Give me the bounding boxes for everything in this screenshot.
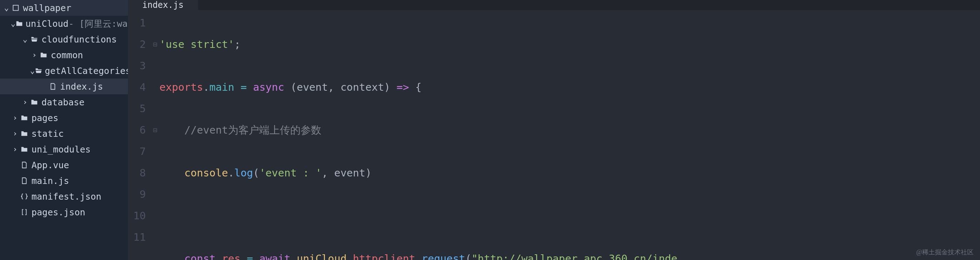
folder-icon — [19, 144, 29, 154]
tree-app-vue[interactable]: App.vue — [0, 157, 128, 173]
line-number: 7 — [128, 141, 151, 162]
tab-bar: index.js — [128, 0, 980, 10]
folder-open-icon — [35, 66, 43, 76]
tree-pages-json[interactable]: pages.json — [0, 204, 128, 220]
tree-pages[interactable]: › pages — [0, 110, 128, 126]
tree-label: main.js — [32, 176, 69, 185]
tree-cloudfunctions[interactable]: ⌄ cloudfunctions — [0, 32, 128, 47]
tree-uni-modules[interactable]: › uni_modules — [0, 141, 128, 157]
fold-marker[interactable] — [151, 98, 159, 119]
watermark: @稀土掘金技术社区 — [916, 248, 974, 257]
file-icon — [19, 160, 29, 170]
tree-label: index.js — [60, 82, 103, 91]
line-number: 8 — [128, 162, 151, 184]
tree-label: manifest.json — [32, 192, 102, 201]
line-number: 6 — [128, 119, 151, 141]
chevron-down-icon: ⌄ — [2, 4, 11, 12]
file-icon — [48, 81, 58, 92]
line-number: 2 — [128, 33, 151, 55]
tree-label: database — [41, 98, 84, 107]
tree-label: getAllCategories — [45, 67, 131, 75]
code-line: console.log('event : ', event) — [159, 162, 677, 184]
line-number: 1 — [128, 12, 151, 33]
folder-icon — [38, 50, 49, 60]
file-icon — [19, 176, 29, 186]
json-icon — [19, 192, 29, 201]
editor-pane: index.js 1 2 3 4 5 6 7 8 9 10 11 ⊟ — [128, 0, 980, 260]
code-line: exports.main = async (event, context) =>… — [159, 76, 677, 98]
line-number: 4 — [128, 76, 151, 98]
code-line: const res = await uniCloud.httpclient.re… — [159, 248, 677, 260]
line-number: 11 — [128, 227, 151, 248]
tree-label: common — [51, 51, 83, 60]
code-line — [159, 205, 677, 227]
tree-label: cloudfunctions — [41, 35, 117, 44]
tree-getallcategories[interactable]: ⌄ getAllCategories — [0, 63, 128, 79]
tree-label: pages — [32, 114, 58, 122]
tree-label: wallpaper — [23, 3, 71, 13]
fold-marker[interactable] — [151, 227, 159, 248]
line-number: 3 — [128, 55, 151, 76]
folder-icon — [19, 128, 29, 139]
fold-marker[interactable] — [151, 205, 159, 227]
fold-gutter: ⊟ ⊟ — [151, 10, 159, 260]
line-number: 9 — [128, 184, 151, 205]
tree-label: App.vue — [32, 161, 69, 170]
chevron-right-icon: › — [11, 145, 19, 153]
fold-marker[interactable] — [151, 162, 159, 184]
chevron-down-icon: ⌄ — [21, 35, 29, 43]
fold-marker[interactable] — [151, 184, 159, 205]
tree-label: uni_modules — [32, 145, 91, 154]
folder-open-icon — [29, 34, 39, 44]
tree-label: uniCloud — [25, 19, 68, 28]
box-icon — [11, 3, 21, 13]
chevron-right-icon: › — [30, 51, 38, 59]
fold-marker[interactable] — [151, 76, 159, 98]
tree-label: static — [32, 129, 64, 138]
tab-index-js[interactable]: index.js — [128, 0, 198, 10]
fold-marker[interactable] — [151, 55, 159, 76]
line-number-gutter: 1 2 3 4 5 6 7 8 9 10 11 — [128, 10, 151, 260]
code-content[interactable]: 'use strict'; exports.main = async (even… — [159, 10, 677, 260]
folder-icon — [29, 97, 39, 107]
fold-marker[interactable]: ⊟ — [151, 33, 159, 55]
fold-marker[interactable] — [151, 141, 159, 162]
tree-common[interactable]: › common — [0, 47, 128, 63]
tree-unicloud[interactable]: ⌄ uniCloud - [阿里云:wallpaper] — [0, 16, 128, 32]
fold-marker[interactable] — [151, 12, 159, 33]
folder-icon — [19, 113, 29, 123]
line-number: 5 — [128, 98, 151, 119]
fold-marker[interactable]: ⊟ — [151, 119, 159, 141]
tree-index-js[interactable]: index.js — [0, 79, 128, 94]
file-explorer: ⌄ wallpaper ⌄ uniCloud - [阿里云:wallpaper]… — [0, 0, 128, 260]
chevron-right-icon: › — [11, 114, 19, 122]
line-number: 10 — [128, 205, 151, 227]
code-line: 'use strict'; — [159, 33, 677, 55]
folder-icon — [15, 19, 23, 29]
tree-static[interactable]: › static — [0, 126, 128, 141]
tab-title: index.js — [142, 0, 184, 10]
tree-root-wallpaper[interactable]: ⌄ wallpaper — [0, 0, 128, 16]
chevron-right-icon: › — [11, 130, 19, 138]
tree-main-js[interactable]: main.js — [0, 173, 128, 189]
brackets-icon — [19, 207, 29, 217]
chevron-right-icon: › — [21, 98, 29, 106]
chevron-down-icon: ⌄ — [30, 67, 35, 75]
code-line: //event为客户端上传的参数 — [159, 119, 677, 141]
chevron-down-icon: ⌄ — [11, 20, 15, 27]
code-editor[interactable]: 1 2 3 4 5 6 7 8 9 10 11 ⊟ ⊟ — [128, 10, 980, 260]
tree-label: pages.json — [32, 208, 86, 217]
tree-database[interactable]: › database — [0, 94, 128, 110]
tree-manifest-json[interactable]: manifest.json — [0, 189, 128, 204]
svg-rect-0 — [13, 5, 19, 11]
